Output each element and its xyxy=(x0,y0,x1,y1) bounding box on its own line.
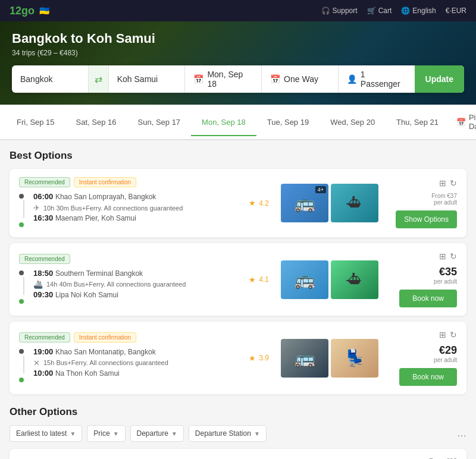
language-selector[interactable]: 🌐 English xyxy=(401,7,436,15)
grid-icon-0[interactable]: ⊞ xyxy=(439,178,446,188)
depart-time-1: 18:50 xyxy=(33,269,55,278)
date-value: Mon, Sep 18 xyxy=(207,70,253,89)
update-button[interactable]: Update xyxy=(415,65,464,93)
grid-icon-1[interactable]: ⊞ xyxy=(439,251,446,261)
date-tab-3[interactable]: Mon, Sep 18 xyxy=(191,109,256,136)
duration-1: 14h 40m Bus+Ferry. All connections guara… xyxy=(46,281,186,288)
trip-image-ferry-1: ⛴ xyxy=(331,260,378,299)
price-block-2: €29 per adult xyxy=(434,344,457,363)
globe-icon: 🌐 xyxy=(401,7,410,15)
star-icon-0: ★ xyxy=(249,199,256,208)
trip-type-field[interactable]: 📅 One Way xyxy=(262,65,339,93)
station-filter[interactable]: Departure Station ▼ xyxy=(189,425,267,442)
recommended-badge-2: Recommended xyxy=(19,332,70,342)
arrive-time-2: 10:00 xyxy=(33,369,55,378)
start-dot-1 xyxy=(19,271,24,275)
date-tab-5[interactable]: Wed, Sep 20 xyxy=(320,109,386,136)
origin-field[interactable]: Bangkok xyxy=(12,65,89,93)
price-block-0: From €37 per adult xyxy=(431,193,457,206)
rating-value-0: 4.2 xyxy=(259,199,269,208)
timeline-2 xyxy=(19,347,29,384)
date-tab-2[interactable]: Sun, Sep 17 xyxy=(127,109,192,136)
currency-selector[interactable]: €·EUR xyxy=(446,7,466,15)
calendar-small-icon: 📅 xyxy=(456,118,466,127)
sort-chevron-icon: ▼ xyxy=(70,430,76,437)
end-dot-1 xyxy=(19,299,24,304)
book-now-button-2[interactable]: Book now xyxy=(399,368,457,386)
trip-card-0: Recommended Instant confirmation 06:00 K… xyxy=(10,169,466,237)
arrive-station-2: Na Thon Koh Samui xyxy=(55,369,120,378)
cart-link[interactable]: 🛒 Cart xyxy=(367,7,392,15)
recommended-badge: Recommended xyxy=(19,177,70,187)
depart-station-2: Khao San Montanatip, Bangkok xyxy=(55,348,156,356)
departure-filter[interactable]: Departure ▼ xyxy=(130,425,184,442)
start-dot-2 xyxy=(19,349,24,354)
trip-action-icons-0: ⊞ ↻ xyxy=(439,178,457,188)
swap-button[interactable]: ⇄ xyxy=(89,65,109,93)
calendar-icon: 📅 xyxy=(193,74,203,84)
transport-icon-1: 🚢 xyxy=(33,280,43,289)
refresh-icon-2[interactable]: ↻ xyxy=(450,330,457,339)
grid-icon-2[interactable]: ⊞ xyxy=(439,330,446,339)
nav-left: 12go 🇺🇦 xyxy=(10,5,49,17)
trip-type-value: One Way xyxy=(284,74,318,84)
departure-filter-label: Departure xyxy=(137,429,168,438)
date-tab-0[interactable]: Fri, Sep 15 xyxy=(6,109,65,136)
trip-stops-1: 18:50 Southern Terminal Bangkok 🚢 14h 40… xyxy=(33,269,186,306)
trip-type-icon: 📅 xyxy=(270,74,280,84)
main-content: Best Options Recommended Instant confirm… xyxy=(0,140,476,459)
search-bar: Bangkok ⇄ Koh Samui 📅 Mon, Sep 18 📅 One … xyxy=(12,65,464,93)
price-block-1: €35 per adult xyxy=(434,266,457,285)
star-icon-2: ★ xyxy=(249,354,256,363)
trip-action-icons-1: ⊞ ↻ xyxy=(439,251,457,261)
depart-time-2: 19:00 xyxy=(33,347,55,356)
destination-field[interactable]: Koh Samui xyxy=(109,65,186,93)
pick-date-tab[interactable]: 📅 Pick Date xyxy=(449,105,476,139)
date-tab-1[interactable]: Sat, Sep 16 xyxy=(65,109,127,136)
rating-0: ★ 4.2 xyxy=(249,199,269,208)
trip-image-ferry-0: ⛴ xyxy=(331,184,378,222)
option-card-flights: 20 Flights ✈ 🕐 1h 5m First: 7:30 Last: 2… xyxy=(10,449,466,459)
trip-details-1: Recommended 18:50 Southern Terminal Bang… xyxy=(19,254,237,306)
trip-right-2: ⊞ ↻ €29 per adult Book now xyxy=(386,330,457,386)
sort-select[interactable]: Earliest to latest ▼ xyxy=(10,425,82,442)
depart-time-0: 06:00 xyxy=(33,192,55,201)
trip-badges-2: Recommended Instant confirmation xyxy=(19,332,237,342)
passenger-field[interactable]: 👤 1 Passenger xyxy=(339,65,415,93)
support-link[interactable]: 🎧 Support xyxy=(321,7,358,15)
price-chevron-icon: ▼ xyxy=(113,430,119,437)
date-field[interactable]: 📅 Mon, Sep 18 xyxy=(185,65,262,93)
page-title: Bangkok to Koh Samui xyxy=(12,31,464,46)
duration-0: 10h 30m Bus+Ferry. All connections guara… xyxy=(43,205,183,212)
arrive-station-0: Maenam Pier, Koh Samui xyxy=(55,214,136,222)
price-amount-2: €29 xyxy=(434,344,457,357)
rating-1: ★ 4.1 xyxy=(249,275,269,284)
trip-images-0: 🚌 4+ ⛴ xyxy=(281,184,378,222)
trip-badges-1: Recommended xyxy=(19,254,237,264)
arrive-station-1: Lipa Noi Koh Samui xyxy=(55,291,118,299)
price-amount-1: €35 xyxy=(434,266,457,278)
hero-section: Bangkok to Koh Samui 34 trips (€29 – €48… xyxy=(0,21,476,105)
rating-2: ★ 3.9 xyxy=(249,354,269,363)
show-options-button-0[interactable]: Show Options xyxy=(396,210,457,228)
trip-images-2: 🚌 💺 xyxy=(281,339,378,378)
end-dot-2 xyxy=(19,378,24,382)
star-icon-1: ★ xyxy=(249,275,256,284)
trip-image-bus-2: 🚌 xyxy=(281,339,328,378)
end-dot xyxy=(19,222,24,227)
price-per-1: per adult xyxy=(434,278,457,285)
refresh-icon-0[interactable]: ↻ xyxy=(450,178,457,188)
price-filter-label: Price xyxy=(93,429,109,438)
trip-details-2: Recommended Instant confirmation 19:00 K… xyxy=(19,332,237,384)
refresh-icon-1[interactable]: ↻ xyxy=(450,251,457,261)
date-tab-4[interactable]: Tue, Sep 19 xyxy=(256,109,320,136)
trip-badges-0: Recommended Instant confirmation xyxy=(19,177,237,187)
instant-badge: Instant confirmation xyxy=(74,177,136,187)
duration-2: 15h Bus+Ferry. All connections guarantee… xyxy=(43,359,168,366)
more-filters-button[interactable]: … xyxy=(457,428,466,439)
price-filter[interactable]: Price ▼ xyxy=(87,425,125,442)
trip-details-0: Recommended Instant confirmation 06:00 K… xyxy=(19,177,237,229)
book-now-button-1[interactable]: Book now xyxy=(399,290,457,307)
logo[interactable]: 12go xyxy=(10,5,35,17)
date-tab-6[interactable]: Thu, Sep 21 xyxy=(386,109,449,136)
